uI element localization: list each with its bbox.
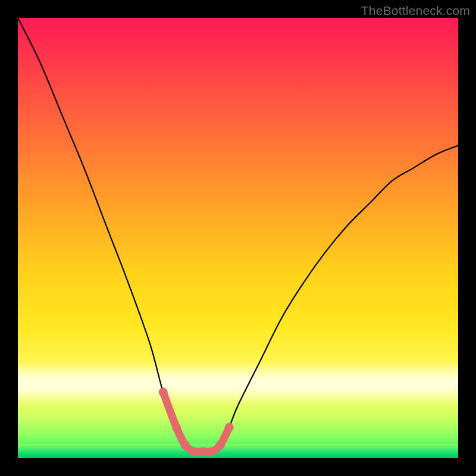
highlight-dot <box>190 447 199 456</box>
bottleneck-curve <box>18 18 458 452</box>
highlight-dot <box>159 388 168 397</box>
highlight-dot <box>225 423 234 432</box>
plot-area <box>18 18 458 458</box>
highlight-dot <box>172 423 181 432</box>
highlight-dot <box>216 440 225 449</box>
highlight-dots <box>159 388 234 456</box>
highlight-dot <box>198 447 207 456</box>
highlight-dot <box>181 440 190 449</box>
watermark-text: TheBottleneck.com <box>361 4 470 18</box>
curve-svg <box>18 18 458 458</box>
highlight-dot <box>207 447 216 456</box>
chart-frame: TheBottleneck.com <box>0 0 476 476</box>
